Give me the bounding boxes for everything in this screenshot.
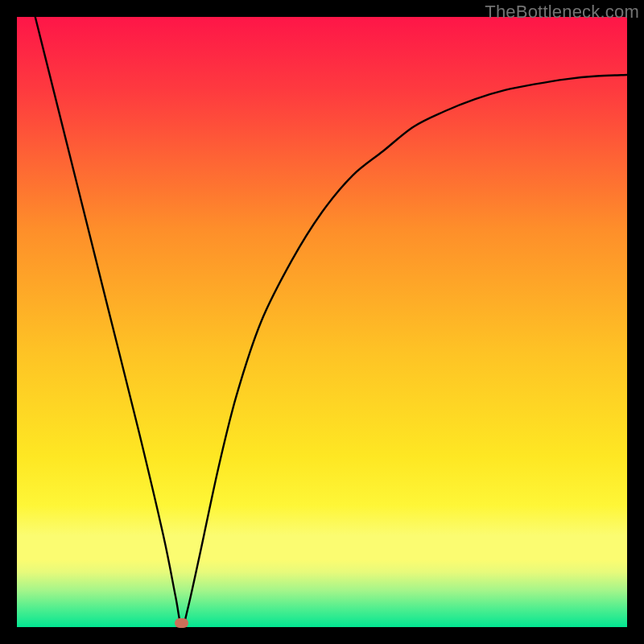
bottleneck-curve [17,17,627,627]
chart-area [17,17,627,627]
optimal-marker [175,618,188,628]
watermark-text: TheBottleneck.com [485,2,639,23]
